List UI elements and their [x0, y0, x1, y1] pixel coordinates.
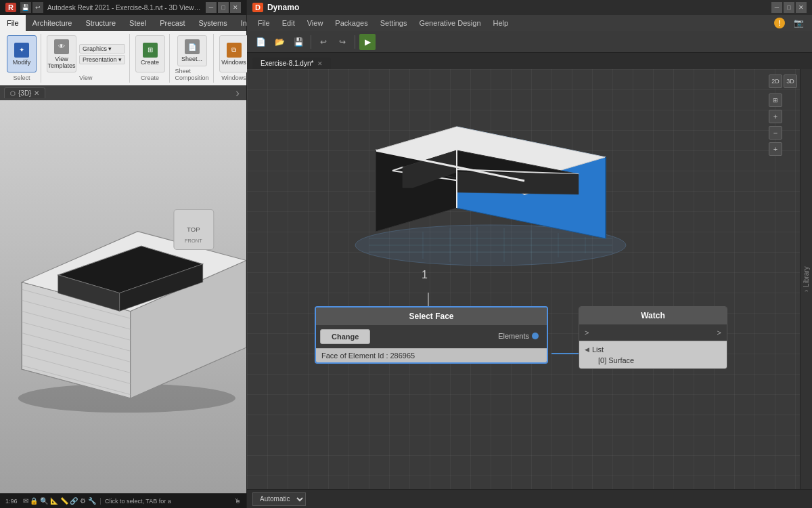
view-buttons: 👁 ViewTemplates Graphics ▾ Presentation …	[47, 35, 125, 72]
dynamo-save-btn[interactable]: 💾	[290, 34, 307, 50]
windows-label: Windows	[221, 59, 246, 66]
dynamo-menu-file[interactable]: File	[252, 15, 275, 31]
dynamo-menu-edit[interactable]: Edit	[277, 15, 300, 31]
svg-text:TOP: TOP	[187, 226, 200, 233]
revit-modify-btn[interactable]: ✦ Modify	[7, 35, 37, 72]
revit-status-icons: ✉ 🔒 🔍 📐 📏 🔗 ⚙ 🔧	[23, 497, 96, 505]
revit-tab-steel[interactable]: Steel	[122, 15, 153, 31]
viewport-cube-icon: ⬡	[10, 90, 16, 97]
dynamo-minimize-btn[interactable]: ─	[771, 2, 782, 13]
sheet-group-label: Sheet Composition	[175, 68, 209, 81]
dynamo-redo-btn[interactable]: ↪	[334, 34, 351, 50]
revit-title-text: Autodesk Revit 2021 - Exercise-8.1.rvt -…	[47, 4, 202, 12]
svg-marker-39	[457, 172, 579, 194]
revit-windows-btn[interactable]: ⧉ Windows	[219, 35, 249, 72]
ribbon-group-sheet: 📄 Sheet... Sheet Composition	[171, 34, 214, 83]
revit-viewport-tabs: ⬡ {3D} ✕ ›	[0, 85, 246, 100]
presentation-dropdown-icon: ▾	[118, 56, 122, 63]
viewport-close-btn[interactable]: ✕	[34, 89, 39, 97]
create-label: Create	[141, 59, 159, 66]
create-icon: ⊞	[143, 43, 158, 58]
dynamo-zoom-out-btn[interactable]: −	[769, 126, 782, 140]
dynamo-bottombar: Automatic Manual Automatic	[247, 489, 812, 508]
toolbar-separator-2	[355, 35, 355, 49]
watch-collapse-icon[interactable]: ◀	[585, 346, 589, 353]
node-watch: Watch > > ◀ List [0] Surface	[579, 306, 727, 369]
dynamo-menu-settings[interactable]: Settings	[375, 15, 413, 31]
revit-viewport-tab[interactable]: ⬡ {3D} ✕	[4, 87, 45, 98]
revit-sheet-btn[interactable]: 📄 Sheet...	[177, 35, 207, 66]
revit-scale-label: 1:96	[5, 498, 18, 505]
dynamo-pane: D Dynamo ─ □ ✕ File Edit View Packages	[247, 0, 812, 508]
revit-titlebar: R 💾 ↩ Autodesk Revit 2021 - Exercise-8.1…	[0, 0, 246, 15]
dynamo-menu-help[interactable]: Help	[488, 15, 514, 31]
select-face-header: Select Face	[316, 308, 547, 325]
dynamo-3d-btn[interactable]: 3D	[784, 75, 797, 88]
revit-qat-btn[interactable]: 💾	[20, 2, 31, 13]
dynamo-menu-generative[interactable]: Generative Design	[413, 15, 486, 31]
toolbar-separator-1	[311, 35, 311, 49]
revit-tab-precast[interactable]: Precast	[153, 15, 191, 31]
graphics-label: Graphics	[83, 45, 107, 52]
revit-tab-file[interactable]: File	[0, 15, 26, 31]
revit-close-btn[interactable]: ✕	[230, 2, 241, 13]
dynamo-restore-btn[interactable]: □	[784, 2, 794, 13]
modify-label: Modify	[13, 59, 31, 66]
revit-3d-model: TOP FRONT	[0, 100, 246, 493]
select-face-change-btn[interactable]: Change	[320, 329, 370, 344]
ribbon-group-select: ✦ Modify Select	[3, 34, 41, 83]
revit-tab-architecture[interactable]: Architecture	[26, 15, 79, 31]
revit-tab-structure[interactable]: Structure	[78, 15, 122, 31]
dynamo-fit-btn[interactable]: ⊞	[769, 93, 782, 107]
watch-output-port: >	[717, 329, 721, 337]
select-face-left: Change	[316, 325, 490, 348]
node-index-number: 1	[422, 269, 428, 281]
dynamo-2d-btn[interactable]: 2D	[769, 75, 782, 88]
dynamo-toolbar: 📄 📂 💾 ↩ ↪ ▶	[247, 31, 812, 53]
viewport-tab-label: {3D}	[18, 89, 31, 97]
revit-app-icon: R	[5, 3, 16, 12]
revit-presentation-btn[interactable]: Presentation ▾	[79, 55, 125, 64]
watch-list-header: ◀ List	[585, 344, 721, 355]
node-select-face: Select Face Change Elements	[315, 306, 548, 364]
revit-undo-btn[interactable]: ↩	[32, 2, 43, 13]
library-panel[interactable]: › Library	[800, 69, 812, 489]
revit-restore-btn[interactable]: □	[218, 2, 229, 13]
presentation-label: Presentation	[83, 56, 117, 63]
select-face-right: Elements	[490, 325, 547, 348]
select-face-output: Elements	[494, 329, 543, 343]
dynamo-reset-btn[interactable]: +	[769, 142, 782, 156]
app-container: R 💾 ↩ Autodesk Revit 2021 - Exercise-8.1…	[0, 0, 812, 508]
revit-create-btn[interactable]: ⊞ Create	[135, 35, 165, 72]
revit-pane: R 💾 ↩ Autodesk Revit 2021 - Exercise-8.1…	[0, 0, 247, 508]
revit-status-text: Click to select, TAB for a	[100, 498, 230, 505]
svg-text:FRONT: FRONT	[185, 238, 202, 244]
dynamo-titlebar: D Dynamo ─ □ ✕	[247, 0, 812, 15]
dynamo-undo-btn[interactable]: ↩	[315, 34, 332, 50]
revit-graphics-btn[interactable]: Graphics ▾	[79, 44, 125, 54]
watch-list-item: [0] Surface	[585, 355, 721, 366]
dynamo-file-tab[interactable]: Exercise-8.1.dyn* ✕	[252, 58, 331, 69]
dynamo-menu-view[interactable]: View	[302, 15, 329, 31]
dynamo-run-btn[interactable]: ▶	[359, 34, 376, 50]
dynamo-zoom-select[interactable]: Automatic Manual	[252, 492, 306, 506]
revit-minimize-btn[interactable]: ─	[206, 2, 217, 13]
revit-ribbon-tabs: File Architecture Structure Steel Precas…	[0, 15, 246, 31]
dynamo-workspace[interactable]: 1 Select Face Change Elements	[247, 69, 812, 489]
revit-view-templates-btn[interactable]: 👁 ViewTemplates	[47, 35, 76, 72]
view-cube[interactable]: TOP FRONT	[174, 210, 214, 250]
dynamo-menu-packages[interactable]: Packages	[330, 15, 373, 31]
view-templates-icon: 👁	[54, 39, 69, 54]
dynamo-zoom-in-btn[interactable]: +	[769, 110, 782, 123]
viewport-scroll-right[interactable]: ›	[233, 86, 242, 100]
revit-tab-systems[interactable]: Systems	[191, 15, 233, 31]
view-templates-label: ViewTemplates	[47, 56, 75, 69]
dynamo-close-btn[interactable]: ✕	[796, 2, 807, 13]
dynamo-tab-close-btn[interactable]: ✕	[317, 60, 323, 67]
dynamo-camera-btn[interactable]: 📷	[790, 15, 807, 31]
sheet-label: Sheet...	[181, 56, 202, 62]
ribbon-group-view: 👁 ViewTemplates Graphics ▾ Presentation …	[43, 34, 130, 83]
dynamo-open-btn[interactable]: 📂	[271, 34, 288, 50]
dynamo-new-btn[interactable]: 📄	[252, 34, 269, 50]
dynamo-notification-icon: !	[774, 18, 785, 28]
